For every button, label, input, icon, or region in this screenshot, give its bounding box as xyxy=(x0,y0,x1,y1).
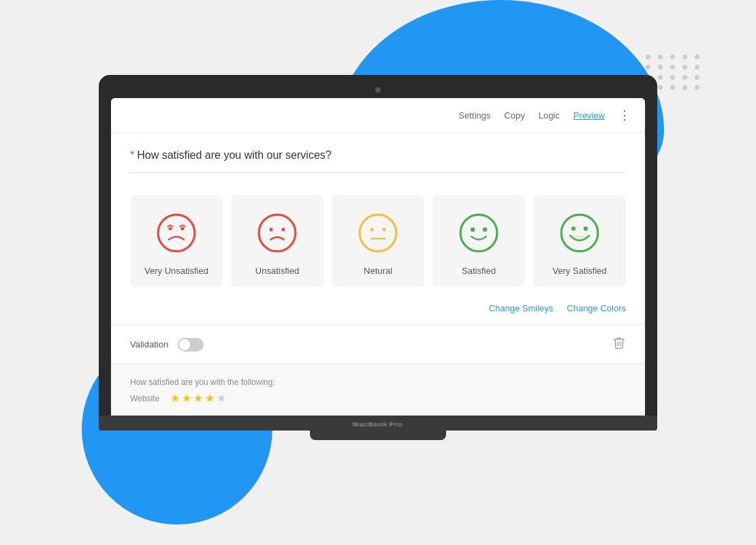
star-3[interactable]: ★ xyxy=(193,392,203,405)
face-neutral-icon xyxy=(356,211,400,255)
svg-point-1 xyxy=(168,227,172,230)
star-4[interactable]: ★ xyxy=(205,392,215,405)
option-very-satisfied[interactable]: Very Satisfied xyxy=(533,195,626,287)
option-unsatisfied-label: Unsatisfied xyxy=(255,266,299,276)
svg-point-10 xyxy=(460,215,497,251)
preview-question-text: How satisfied are you with the following… xyxy=(130,377,275,387)
emoji-options-container: Very Unsatisfied Unsatisfied xyxy=(111,195,645,298)
svg-point-8 xyxy=(382,228,385,231)
validation-label: Validation xyxy=(130,339,168,349)
question-label: How satisfied are you with our services? xyxy=(137,149,331,161)
laptop-frame: Settings Copy Logic Preview ⋮ *How satis… xyxy=(99,75,657,440)
action-links: Change Smileys Change Colors xyxy=(111,298,645,324)
face-unsatisfied-icon xyxy=(255,211,299,255)
settings-button[interactable]: Settings xyxy=(458,110,490,121)
preview-section: How satisfied are you with the following… xyxy=(111,364,645,416)
survey-card: Settings Copy Logic Preview ⋮ *How satis… xyxy=(111,98,645,416)
laptop-screen: Settings Copy Logic Preview ⋮ *How satis… xyxy=(111,98,645,416)
preview-button[interactable]: Preview xyxy=(573,110,605,121)
logic-button[interactable]: Logic xyxy=(539,110,560,121)
option-satisfied[interactable]: Satisfied xyxy=(432,195,525,287)
more-options-button[interactable]: ⋮ xyxy=(618,108,631,123)
svg-point-5 xyxy=(281,228,285,231)
option-very-unsatisfied-label: Very Unsatisfied xyxy=(144,266,208,276)
question-section: *How satisfied are you with our services… xyxy=(111,133,645,195)
validation-toggle[interactable] xyxy=(178,338,204,352)
face-very-satisfied-icon xyxy=(558,211,601,255)
svg-point-15 xyxy=(584,226,588,230)
delete-button[interactable] xyxy=(612,336,626,353)
svg-point-7 xyxy=(370,228,373,231)
change-smileys-button[interactable]: Change Smileys xyxy=(489,303,554,313)
question-divider xyxy=(130,172,626,173)
option-unsatisfied[interactable]: Unsatisfied xyxy=(231,195,324,287)
option-very-unsatisfied[interactable]: Very Unsatisfied xyxy=(130,195,223,287)
svg-point-0 xyxy=(158,215,195,251)
option-very-satisfied-label: Very Satisfied xyxy=(552,266,607,276)
laptop-stand xyxy=(310,431,446,440)
option-satisfied-label: Satisfied xyxy=(462,266,496,276)
svg-point-3 xyxy=(259,215,296,251)
star-2[interactable]: ★ xyxy=(182,392,191,405)
svg-point-2 xyxy=(180,227,184,230)
svg-point-14 xyxy=(571,226,576,230)
question-text: *How satisfied are you with our services… xyxy=(130,149,626,161)
preview-website-label: Website xyxy=(130,394,159,403)
validation-row: Validation xyxy=(111,324,645,364)
svg-point-4 xyxy=(269,228,272,231)
laptop-bezel: Settings Copy Logic Preview ⋮ *How satis… xyxy=(99,75,657,416)
svg-point-12 xyxy=(483,228,487,232)
star-rating: ★ ★ ★ ★ ★ xyxy=(170,392,226,405)
laptop-brand-label: MacBook Pro xyxy=(352,421,404,428)
svg-point-6 xyxy=(360,215,396,251)
survey-toolbar: Settings Copy Logic Preview ⋮ xyxy=(111,98,645,133)
face-very-unsatisfied-icon xyxy=(155,211,198,255)
svg-point-13 xyxy=(561,215,598,251)
star-1[interactable]: ★ xyxy=(170,392,180,405)
star-5[interactable]: ★ xyxy=(217,392,226,405)
preview-rating-row: Website ★ ★ ★ ★ ★ xyxy=(130,392,626,405)
option-neutral-label: Netural xyxy=(364,266,392,276)
required-indicator: * xyxy=(130,149,134,161)
validation-section: Validation xyxy=(130,338,204,352)
copy-button[interactable]: Copy xyxy=(504,110,524,121)
laptop-base: MacBook Pro xyxy=(99,416,657,431)
change-colors-button[interactable]: Change Colors xyxy=(567,303,626,313)
svg-point-11 xyxy=(471,228,475,232)
face-satisfied-icon xyxy=(457,211,501,255)
laptop-camera xyxy=(375,87,381,93)
option-neutral[interactable]: Netural xyxy=(332,195,424,287)
